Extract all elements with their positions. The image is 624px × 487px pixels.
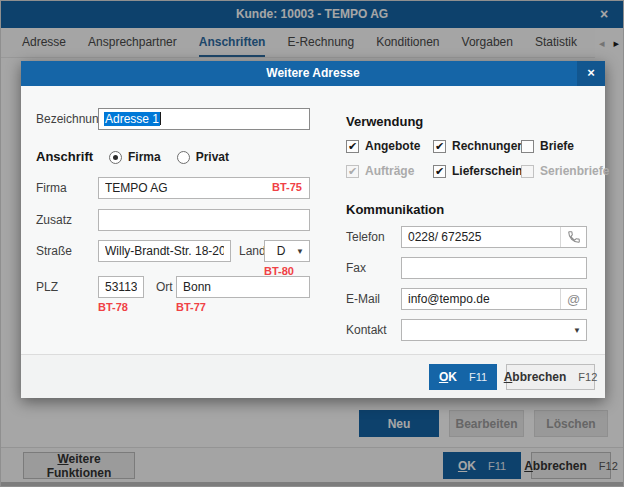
checkbox-serienbriefe[interactable]: Serienbriefe — [521, 163, 609, 179]
fax-label: Fax — [346, 257, 366, 279]
checkbox-briefe-label: Briefe — [540, 139, 574, 153]
email-input[interactable] — [402, 289, 560, 309]
checkbox-lieferscheine-label: Lieferscheine — [452, 164, 529, 178]
kontakt-dropdown-icon: ▼ — [569, 326, 581, 335]
dialog-abbrechen-label: Abbrechen — [504, 370, 567, 384]
dialog-close-icon[interactable]: × — [577, 61, 605, 86]
kommunikation-heading: Kommunikation — [346, 199, 444, 221]
telefon-label: Telefon — [346, 226, 385, 248]
checkbox-serienbriefe-label: Serienbriefe — [540, 164, 609, 178]
radio-firma-icon — [109, 151, 122, 164]
bezeichnung-input[interactable]: Adresse 1 — [98, 108, 310, 130]
dialog-header: Weitere Adresse × — [21, 61, 605, 86]
checkbox-auftraege-label: Aufträge — [365, 164, 414, 178]
telefon-input[interactable] — [402, 227, 560, 247]
phone-icon[interactable] — [560, 227, 586, 247]
checkbox-auftraege-icon — [346, 165, 359, 178]
bezeichnung-label: Bezeichnung — [36, 108, 105, 130]
email-field: @ — [401, 288, 587, 310]
dialog-body: Bezeichnung Adresse 1 Anschrift Firma Pr… — [21, 86, 605, 354]
firma-bt-tag: BT-75 — [272, 181, 302, 193]
at-icon[interactable]: @ — [560, 289, 586, 309]
radio-firma-label: Firma — [128, 150, 161, 164]
checkbox-briefe-icon — [521, 140, 534, 153]
radio-privat-label: Privat — [196, 150, 229, 164]
dialog-ok-label: OK — [439, 370, 457, 384]
checkbox-angebote-label: Angebote — [365, 139, 420, 153]
checkbox-lieferscheine[interactable]: Lieferscheine — [433, 163, 529, 179]
kontakt-select[interactable]: ▼ — [401, 319, 587, 341]
strasse-label: Straße — [36, 240, 72, 262]
radio-firma[interactable]: Firma — [109, 150, 161, 164]
plz-input[interactable] — [98, 276, 144, 298]
radio-privat[interactable]: Privat — [177, 150, 229, 164]
anschrift-heading: Anschrift — [36, 146, 93, 168]
checkbox-auftraege[interactable]: Aufträge — [346, 163, 414, 179]
plz-label: PLZ — [36, 276, 58, 298]
telefon-field — [401, 226, 587, 248]
checkbox-lieferscheine-icon — [433, 165, 446, 178]
dialog-footer: OK F11 Abbrechen F12 — [21, 354, 605, 398]
ort-bt-tag: BT-77 — [176, 301, 206, 313]
dialog-ok-button[interactable]: OK F11 — [429, 364, 497, 390]
zusatz-label: Zusatz — [36, 209, 72, 231]
firma-label: Firma — [36, 177, 67, 199]
land-select[interactable]: D ▼ — [264, 240, 310, 262]
ort-label: Ort — [156, 276, 173, 298]
fax-input[interactable] — [401, 257, 587, 279]
checkbox-rechnungen-icon — [433, 140, 446, 153]
checkbox-angebote-icon — [346, 140, 359, 153]
radio-privat-icon — [177, 151, 190, 164]
dialog-title: Weitere Adresse — [21, 61, 605, 86]
kontakt-label: Kontakt — [346, 319, 387, 341]
checkbox-angebote[interactable]: Angebote — [346, 138, 420, 154]
checkbox-briefe[interactable]: Briefe — [521, 138, 574, 154]
zusatz-input[interactable] — [98, 209, 310, 231]
dialog-ok-shortcut: F11 — [469, 371, 487, 383]
plz-bt-tag: BT-78 — [98, 301, 128, 313]
land-dropdown-icon: ▼ — [292, 247, 304, 256]
dialog-abbrechen-button[interactable]: Abbrechen F12 — [506, 364, 595, 390]
checkbox-rechnungen-label: Rechnungen — [452, 139, 525, 153]
firma-fieldwrap: BT-75 — [98, 177, 310, 199]
bezeichnung-selected-text: Adresse 1 — [104, 112, 160, 126]
land-label: Land — [239, 240, 266, 262]
app-window: Kunde: 10003 - TEMPO AG × Adresse Anspre… — [0, 0, 624, 487]
dialog-abbrechen-shortcut: F12 — [578, 371, 597, 383]
anschrift-radio-group: Firma Privat — [109, 146, 229, 168]
checkbox-rechnungen[interactable]: Rechnungen — [433, 138, 525, 154]
text-caret — [160, 112, 161, 125]
weitere-adresse-dialog: Weitere Adresse × Bezeichnung Adresse 1 … — [21, 61, 605, 398]
verwendung-heading: Verwendung — [346, 111, 423, 133]
strasse-input[interactable] — [98, 240, 231, 262]
email-label: E-Mail — [346, 288, 380, 310]
ort-input[interactable] — [176, 276, 310, 298]
checkbox-serienbriefe-icon — [521, 165, 534, 178]
land-value: D — [270, 244, 292, 258]
